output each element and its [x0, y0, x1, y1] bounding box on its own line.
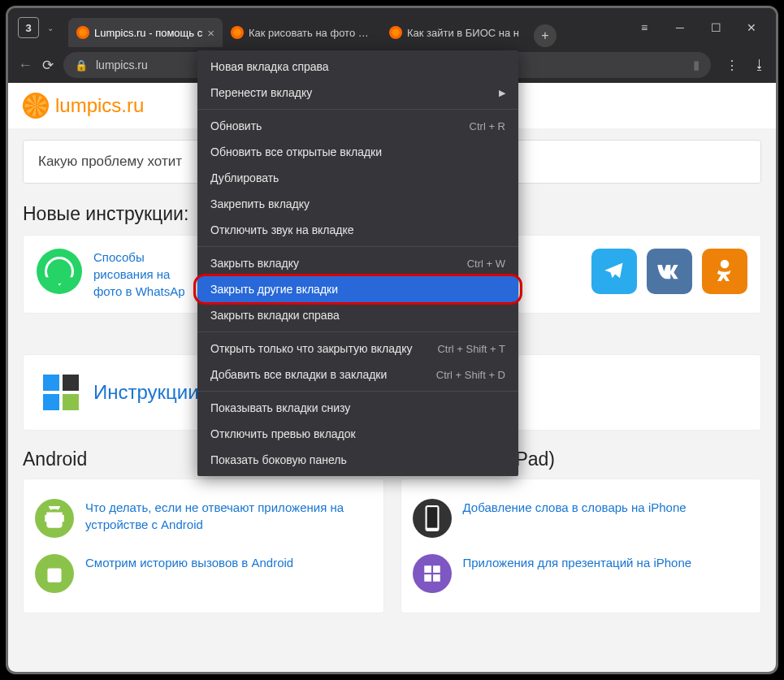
svg-rect-6	[47, 569, 61, 583]
context-menu-label: Закрыть вкладки справа	[210, 309, 505, 322]
telegram-icon[interactable]	[591, 249, 637, 294]
close-icon[interactable]: ×	[207, 26, 214, 40]
tab-label: Как рисовать на фото в В	[249, 27, 373, 39]
iphone-icon	[413, 499, 452, 538]
context-menu-label: Отключить звук на вкладке	[210, 223, 505, 236]
context-menu-item[interactable]: Отключить превью вкладок	[197, 421, 518, 447]
context-menu-item[interactable]: Открыть только что закрытую вкладкуCtrl …	[197, 336, 518, 362]
context-menu-label: Новая вкладка справа	[210, 60, 505, 73]
context-menu-label: Показывать вкладки снизу	[210, 401, 505, 414]
context-menu-item[interactable]: Закрепить вкладку	[197, 191, 518, 217]
article-link[interactable]: Что делать, если не отвечают приложения …	[85, 499, 372, 533]
svg-point-0	[721, 260, 730, 269]
context-menu-item[interactable]: Новая вкладка справа	[197, 54, 518, 80]
shortcut-label: Ctrl + Shift + D	[436, 369, 505, 381]
context-menu-label: Открыть только что закрытую вкладку	[210, 342, 437, 355]
svg-rect-9	[424, 565, 431, 573]
tab[interactable]: Как рисовать на фото в В	[223, 18, 381, 47]
svg-rect-8	[427, 507, 437, 528]
shortcut-label: Ctrl + W	[467, 258, 505, 270]
settings-icon[interactable]: ≡	[626, 15, 662, 41]
minimize-button[interactable]: ─	[662, 15, 698, 41]
context-menu-item[interactable]: Перенести вкладку▶	[197, 80, 518, 106]
tab-label: Lumpics.ru - помощь с	[94, 27, 202, 39]
context-menu-item[interactable]: Закрыть другие вкладки	[197, 276, 518, 302]
context-menu-item[interactable]: ОбновитьCtrl + R	[197, 113, 518, 139]
android-icon	[35, 554, 74, 593]
more-icon[interactable]: ⋮	[721, 58, 743, 73]
context-menu-item[interactable]: Добавить все вкладки в закладкиCtrl + Sh…	[197, 362, 518, 388]
apps-icon	[413, 554, 452, 593]
context-menu-item[interactable]: Обновить все открытые вкладки	[197, 139, 518, 165]
context-menu-label: Показать боковую панель	[210, 453, 505, 466]
context-menu-label: Закрыть вкладку	[210, 257, 467, 270]
back-button[interactable]: ←	[18, 57, 32, 74]
shortcut-label: Ctrl + R	[470, 120, 505, 132]
context-menu-label: Добавить все вкладки в закладки	[210, 368, 436, 381]
close-window-button[interactable]: ✕	[734, 15, 769, 41]
url-domain: lumpics.ru	[96, 58, 148, 71]
context-menu-label: Отключить превью вкладок	[210, 427, 505, 440]
context-menu-item[interactable]: Дублировать	[197, 165, 518, 191]
list-item: Приложения для презентаций на iPhone	[413, 546, 750, 601]
instruction-link[interactable]: Способы рисования на фото в WhatsAp	[93, 249, 199, 300]
favicon-lumpics	[389, 26, 402, 39]
article-link[interactable]: Смотрим историю вызовов в Android	[85, 554, 293, 571]
lock-icon: 🔒	[75, 59, 88, 71]
list-item: Добавление слова в словарь на iPhone	[413, 491, 750, 546]
download-icon[interactable]: ⭳	[753, 58, 766, 72]
article-link[interactable]: Приложения для презентаций на iPhone	[463, 554, 692, 571]
ok-icon[interactable]	[702, 249, 747, 294]
tab-list-dropdown[interactable]: ⌄	[39, 19, 62, 37]
tab-label: Как зайти в БИОС на н	[407, 27, 519, 39]
favicon-lumpics	[76, 26, 89, 39]
svg-rect-4	[63, 394, 79, 410]
maximize-button[interactable]: ☐	[698, 15, 734, 41]
context-menu-label: Закрыть другие вкладки	[210, 283, 505, 296]
context-menu-label: Обновить все открытые вкладки	[210, 145, 505, 158]
svg-rect-11	[424, 574, 431, 582]
article-link[interactable]: Добавление слова в словарь на iPhone	[463, 499, 687, 516]
context-menu-item[interactable]: Отключить звук на вкладке	[197, 217, 518, 243]
context-menu-label: Перенести вкладку	[210, 86, 499, 99]
list-item: Что делать, если не отвечают приложения …	[35, 491, 372, 546]
android-icon	[35, 499, 74, 538]
favicon-lumpics	[231, 26, 244, 39]
bookmark-icon[interactable]: ▮	[693, 58, 700, 72]
tab-active[interactable]: Lumpics.ru - помощь с ×	[68, 18, 223, 47]
context-menu-item[interactable]: Закрыть вкладкуCtrl + W	[197, 250, 518, 276]
svg-rect-1	[43, 375, 59, 391]
logo-text: lumpics.ru	[55, 94, 144, 117]
submenu-arrow-icon: ▶	[499, 88, 505, 98]
svg-rect-12	[433, 574, 440, 582]
context-menu-label: Обновить	[210, 119, 470, 132]
context-menu-item[interactable]: Показывать вкладки снизу	[197, 395, 518, 421]
new-tab-button[interactable]: +	[534, 24, 557, 47]
context-menu-label: Дублировать	[210, 171, 505, 184]
tab-context-menu: Новая вкладка справаПеренести вкладку▶Об…	[197, 50, 518, 476]
titlebar: 3 ⌄ Lumpics.ru - помощь с × Как рисовать…	[8, 8, 776, 47]
os-grid-icon	[41, 373, 80, 412]
reload-button[interactable]: ⟳	[42, 57, 54, 74]
svg-rect-5	[47, 513, 61, 527]
svg-rect-2	[63, 375, 79, 391]
shortcut-label: Ctrl + Shift + T	[437, 343, 505, 355]
svg-rect-10	[433, 565, 440, 573]
list-item: Смотрим историю вызовов в Android	[35, 546, 372, 601]
tab[interactable]: Как зайти в БИОС на н	[381, 18, 527, 47]
logo-icon	[23, 93, 49, 119]
tab-counter[interactable]: 3	[18, 17, 39, 38]
context-menu-label: Закрепить вкладку	[210, 197, 505, 210]
social-links	[591, 249, 747, 300]
context-menu-item[interactable]: Показать боковую панель	[197, 447, 518, 473]
context-menu-item[interactable]: Закрыть вкладки справа	[197, 302, 518, 328]
vk-icon[interactable]	[647, 249, 692, 294]
whatsapp-icon	[37, 249, 82, 294]
svg-rect-3	[43, 394, 59, 410]
